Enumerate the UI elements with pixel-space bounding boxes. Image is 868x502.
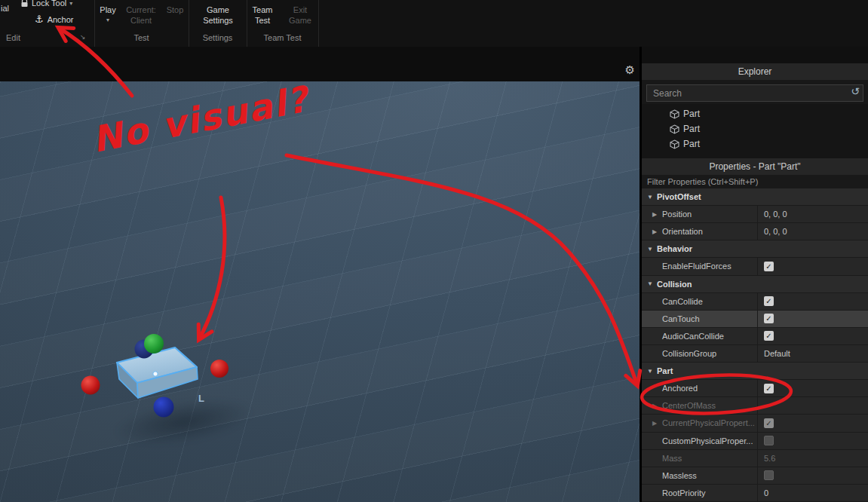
- indent-spacer: [652, 489, 662, 496]
- play-button[interactable]: Play ▾: [98, 5, 118, 26]
- property-row-anchored[interactable]: Anchored✓: [642, 380, 868, 397]
- search-history-icon[interactable]: ↺: [851, 86, 860, 96]
- property-row-cantouch[interactable]: CanTouch✓: [642, 311, 868, 328]
- viewport-titlebar: ⚙: [0, 47, 639, 81]
- checkbox-currentphysicalpropert[interactable]: ✓: [764, 418, 774, 428]
- property-name: RootPriority: [642, 485, 757, 501]
- property-value[interactable]: 0, 0, 0: [757, 206, 868, 222]
- section-label-edit: Edit: [6, 33, 20, 42]
- property-name-label: Position: [662, 210, 692, 219]
- team-test-label-2: Test: [255, 15, 270, 26]
- property-row-audiocancollide[interactable]: AudioCanCollide✓: [642, 328, 868, 345]
- handle-sphere-red-right[interactable]: [210, 360, 229, 378]
- explorer-item-part[interactable]: Part: [642, 121, 868, 136]
- property-row-enablefluidforces[interactable]: EnableFluidForces✓: [642, 258, 868, 275]
- lock-tool-button[interactable]: Lock Tool ▾: [20, 0, 72, 8]
- handle-sphere-blue-bottom[interactable]: [154, 397, 174, 418]
- axis-label: L: [198, 393, 204, 404]
- anchor-label: Anchor: [48, 15, 74, 24]
- property-name: Anchored: [642, 380, 757, 396]
- property-value[interactable]: 0, 0, 0: [757, 223, 868, 240]
- property-value: ✓: [757, 311, 868, 327]
- property-row-collision[interactable]: ▼Collision: [642, 276, 868, 293]
- property-row-pivotoffset[interactable]: ▼PivotOffset: [642, 188, 868, 206]
- expand-arrow-icon[interactable]: ▶: [652, 403, 662, 409]
- property-name-label: RootPriority: [662, 488, 705, 497]
- indent-spacer: [652, 385, 662, 392]
- anchor-icon: ⚓: [35, 14, 44, 25]
- property-row-cancollide[interactable]: CanCollide✓: [642, 293, 868, 311]
- section-label-team-test: Team Test: [247, 33, 318, 42]
- explorer-search-area: ↺: [642, 80, 868, 104]
- dialog-launcher-icon[interactable]: ↘: [80, 33, 86, 41]
- collapse-arrow-icon[interactable]: ▼: [647, 368, 657, 375]
- collapse-arrow-icon[interactable]: ▼: [647, 194, 657, 200]
- collapse-arrow-icon[interactable]: ▼: [647, 246, 657, 253]
- part-pivot-dot: [153, 372, 158, 376]
- property-row-rootpriority[interactable]: RootPriority0: [642, 485, 868, 502]
- property-value: ✓: [757, 328, 868, 344]
- game-settings-button[interactable]: Game Settings: [197, 5, 239, 26]
- collapse-arrow-icon[interactable]: ▼: [647, 280, 657, 287]
- exit-game-button[interactable]: Exit Game: [285, 5, 315, 26]
- property-value[interactable]: [757, 397, 868, 414]
- team-test-label-1: Team: [253, 5, 273, 15]
- property-row-currentphysicalpropert[interactable]: ▶CurrentPhysicalPropert...✓: [642, 415, 868, 432]
- part-cube-icon: [670, 109, 679, 119]
- property-value[interactable]: Default: [757, 345, 868, 362]
- play-label: Play: [100, 5, 115, 15]
- filter-properties-input[interactable]: Filter Properties (Ctrl+Shift+P): [642, 175, 868, 188]
- handle-sphere-green[interactable]: [144, 334, 164, 354]
- explorer-item-part[interactable]: Part: [642, 106, 868, 121]
- property-name-label: CanCollide: [662, 297, 703, 306]
- expand-arrow-icon[interactable]: ▶: [652, 420, 662, 427]
- property-row-orientation[interactable]: ▶Orientation0, 0, 0: [642, 223, 868, 240]
- property-row-customphysicalproper[interactable]: CustomPhysicalProper...: [642, 433, 868, 450]
- property-row-mass[interactable]: Mass5.6: [642, 450, 868, 467]
- property-name-label: Behavior: [657, 244, 692, 253]
- property-name-label: EnableFluidForces: [662, 262, 732, 271]
- properties-header[interactable]: Properties - Part "Part": [642, 158, 868, 175]
- ribbon-toolbar: ial Lock Tool ▾ ⚓ Anchor Edit ↘ Play ▾ C…: [0, 0, 868, 47]
- explorer-item-part[interactable]: Part: [642, 136, 868, 152]
- property-row-massless[interactable]: Massless: [642, 467, 868, 485]
- section-label-test: Test: [94, 33, 189, 42]
- explorer-header[interactable]: Explorer: [642, 63, 868, 80]
- property-name: ▼PivotOffset: [642, 188, 868, 205]
- property-row-part[interactable]: ▼Part: [642, 363, 868, 380]
- property-row-behavior[interactable]: ▼Behavior: [642, 240, 868, 258]
- viewport-settings-gear-icon[interactable]: ⚙: [625, 63, 635, 77]
- play-caret-icon: ▾: [106, 15, 109, 26]
- game-settings-label-1: Game: [207, 5, 229, 15]
- property-name: ▶Position: [642, 206, 757, 222]
- expand-arrow-icon[interactable]: ▶: [652, 211, 662, 218]
- checkbox-cantouch[interactable]: ✓: [764, 314, 774, 323]
- handle-sphere-red-left[interactable]: [81, 376, 100, 395]
- checkbox-anchored[interactable]: ✓: [764, 384, 774, 393]
- ribbon-divider: [318, 0, 319, 47]
- checkbox-cancollide[interactable]: ✓: [764, 296, 774, 306]
- property-name: ▶Orientation: [642, 223, 757, 240]
- explorer-search-input[interactable]: [646, 84, 863, 102]
- 3d-viewport[interactable]: L: [0, 81, 639, 502]
- part-3d-box[interactable]: [117, 347, 198, 398]
- checkbox-customphysicalproper[interactable]: [764, 436, 774, 445]
- team-test-button[interactable]: Team Test: [249, 5, 276, 26]
- property-value[interactable]: 0: [757, 485, 868, 501]
- checkbox-enablefluidforces[interactable]: ✓: [764, 262, 774, 271]
- property-name-label: CollisionGroup: [662, 349, 716, 358]
- checkbox-audiocancollide[interactable]: ✓: [764, 331, 774, 341]
- property-name-label: AudioCanCollide: [662, 332, 724, 341]
- property-value: [757, 433, 868, 449]
- property-value[interactable]: 5.6: [757, 450, 868, 467]
- dropdown-caret-icon: ▾: [69, 0, 72, 7]
- property-row-position[interactable]: ▶Position0, 0, 0: [642, 206, 868, 223]
- checkbox-massless[interactable]: [764, 470, 774, 480]
- anchor-button[interactable]: ⚓ Anchor: [35, 14, 74, 25]
- stop-button[interactable]: Stop: [164, 5, 186, 15]
- property-row-collisiongroup[interactable]: CollisionGroupDefault: [642, 345, 868, 363]
- property-name-label: PivotOffset: [657, 192, 701, 201]
- property-row-centerofmass[interactable]: ▶CenterOfMass: [642, 397, 868, 415]
- property-name: ▼Part: [642, 363, 868, 379]
- expand-arrow-icon[interactable]: ▶: [652, 228, 662, 235]
